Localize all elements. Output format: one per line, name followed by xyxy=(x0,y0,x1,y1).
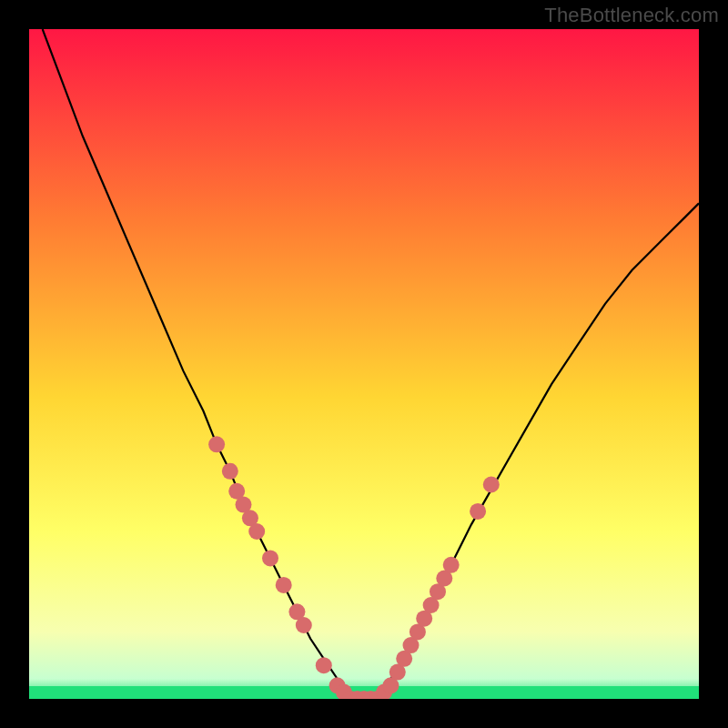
curve-marker xyxy=(443,557,460,573)
chart-frame: TheBottleneck.com xyxy=(0,0,728,728)
chart-svg xyxy=(29,29,699,699)
curve-marker xyxy=(470,503,486,520)
curve-marker xyxy=(296,617,312,633)
curve-marker xyxy=(316,657,332,673)
watermark-text: TheBottleneck.com xyxy=(544,4,719,27)
curve-marker xyxy=(248,523,265,540)
curve-marker xyxy=(276,577,292,593)
curve-marker xyxy=(208,436,225,452)
curve-marker xyxy=(262,550,278,566)
curve-marker xyxy=(483,477,500,493)
gradient-background xyxy=(29,29,699,699)
curve-marker xyxy=(222,463,238,480)
plot-area xyxy=(29,29,699,699)
